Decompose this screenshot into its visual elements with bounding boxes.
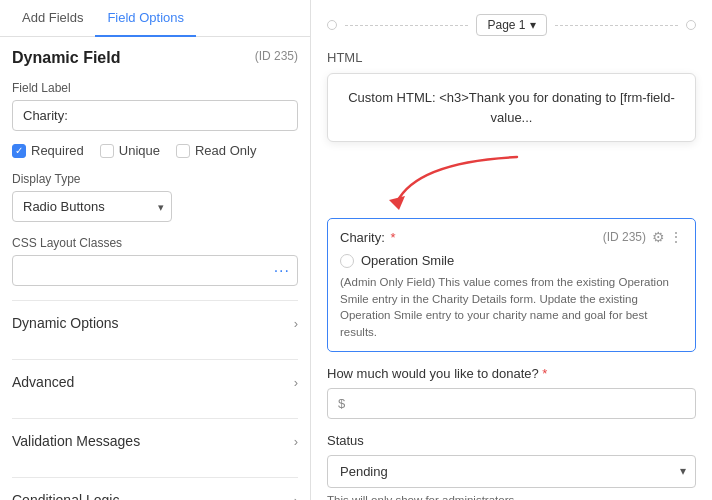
page-chevron-icon: ▾ (530, 18, 536, 32)
donate-question: How much would you like to donate? * (327, 366, 696, 381)
unique-checkbox[interactable]: Unique (100, 143, 160, 158)
validation-header[interactable]: Validation Messages › (12, 419, 298, 463)
required-star: * (390, 230, 395, 245)
page-dot-end (686, 20, 696, 30)
svg-marker-0 (389, 196, 405, 210)
conditional-logic-header[interactable]: Conditional Logic › (12, 478, 298, 500)
left-content: Dynamic Field (ID 235) Field Label ✓ Req… (0, 37, 310, 500)
status-admin-note: This will only show for administrators. (327, 494, 696, 500)
field-icons: ⚙ ⋮ (652, 229, 683, 245)
display-type-select-wrap: Radio Buttons ▾ (12, 191, 172, 222)
tabs: Add Fields Field Options (0, 0, 310, 37)
advanced-title: Advanced (12, 374, 74, 390)
radio-option-label: Operation Smile (361, 253, 454, 268)
page-line-left (345, 25, 468, 26)
read-only-checkbox-box (176, 144, 190, 158)
radio-option: Operation Smile (340, 253, 683, 268)
page-label: Page 1 (487, 18, 525, 32)
display-type-label: Display Type (12, 172, 298, 186)
admin-note: (Admin Only Field) This value comes from… (340, 274, 683, 341)
section-title: Dynamic Field (ID 235) (12, 49, 298, 67)
unique-checkbox-box (100, 144, 114, 158)
css-input-wrap: ··· (12, 255, 298, 286)
read-only-checkbox[interactable]: Read Only (176, 143, 256, 158)
more-options-icon[interactable]: ⋮ (669, 229, 683, 245)
css-layout-group: CSS Layout Classes ··· (12, 236, 298, 286)
charity-field-box: Charity: * (ID 235) ⚙ ⋮ Operation Smile … (327, 218, 696, 352)
conditional-logic-title: Conditional Logic (12, 492, 119, 500)
required-label: Required (31, 143, 84, 158)
css-layout-input[interactable] (12, 255, 298, 286)
field-label-group: Field Label (12, 81, 298, 131)
css-dots-icon: ··· (274, 262, 290, 280)
required-checkbox[interactable]: ✓ Required (12, 143, 84, 158)
page-line-right (555, 25, 678, 26)
validation-title: Validation Messages (12, 433, 140, 449)
tab-add-fields[interactable]: Add Fields (10, 0, 95, 36)
radio-circle (340, 254, 354, 268)
page-nav: Page 1 ▾ (327, 14, 696, 36)
donate-required-star: * (542, 366, 547, 381)
charity-field-label: Charity: * (340, 230, 395, 245)
conditional-logic-section: Conditional Logic › (12, 477, 298, 500)
validation-chevron: › (294, 434, 298, 449)
page-dropdown[interactable]: Page 1 ▾ (476, 14, 546, 36)
section-id: (ID 235) (255, 49, 298, 63)
right-panel: Page 1 ▾ HTML Custom HTML: <h3>Thank you… (311, 0, 712, 500)
status-select-wrap: Pending ▾ (327, 455, 696, 488)
display-type-select[interactable]: Radio Buttons (12, 191, 172, 222)
field-id-badge: (ID 235) ⚙ ⋮ (603, 229, 683, 245)
arrow-icon (337, 152, 537, 212)
tab-field-options[interactable]: Field Options (95, 0, 196, 37)
advanced-header[interactable]: Advanced › (12, 360, 298, 404)
left-panel: Add Fields Field Options Dynamic Field (… (0, 0, 311, 500)
field-label-title: Field Label (12, 81, 298, 95)
checkboxes-row: ✓ Required Unique Read Only (12, 143, 298, 158)
settings-icon[interactable]: ⚙ (652, 229, 665, 245)
html-tooltip-box: Custom HTML: <h3>Thank you for donating … (327, 73, 696, 142)
dynamic-options-chevron: › (294, 316, 298, 331)
css-layout-label: CSS Layout Classes (12, 236, 298, 250)
validation-section: Validation Messages › (12, 418, 298, 463)
dynamic-options-title: Dynamic Options (12, 315, 119, 331)
required-checkbox-box: ✓ (12, 144, 26, 158)
advanced-chevron: › (294, 375, 298, 390)
display-type-group: Display Type Radio Buttons ▾ (12, 172, 298, 222)
donate-input-wrap[interactable]: $ (327, 388, 696, 419)
charity-field-header: Charity: * (ID 235) ⚙ ⋮ (340, 229, 683, 245)
dynamic-options-header[interactable]: Dynamic Options › (12, 301, 298, 345)
conditional-logic-chevron: › (294, 493, 298, 501)
status-select[interactable]: Pending (327, 455, 696, 488)
page-dot-start (327, 20, 337, 30)
field-label-input[interactable] (12, 100, 298, 131)
status-label: Status (327, 433, 696, 448)
html-label: HTML (327, 50, 696, 65)
currency-symbol: $ (338, 396, 345, 411)
dynamic-options-section: Dynamic Options › (12, 300, 298, 345)
read-only-label: Read Only (195, 143, 256, 158)
unique-label: Unique (119, 143, 160, 158)
advanced-section: Advanced › (12, 359, 298, 404)
arrow-container (327, 152, 696, 212)
